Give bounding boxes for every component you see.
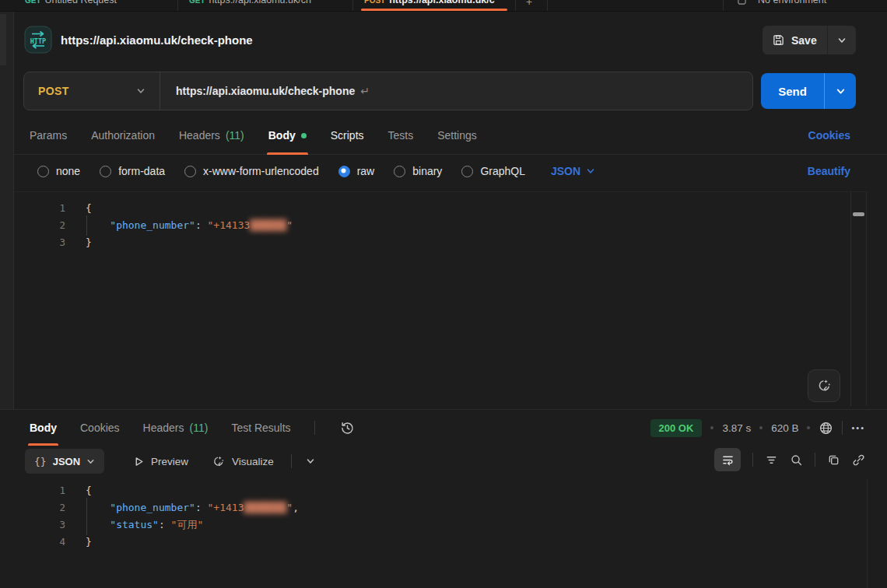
- body-type-radio-x-www-form-urlencoded[interactable]: x-www-form-urlencoded: [184, 165, 319, 177]
- link-icon[interactable]: [852, 453, 865, 467]
- modified-dot: [301, 133, 307, 138]
- tab-params[interactable]: Params: [30, 117, 67, 154]
- tab-settings[interactable]: Settings: [437, 117, 477, 154]
- radio-label: binary: [412, 165, 442, 177]
- tab-label: Cookies: [80, 422, 120, 434]
- body-format-dropdown[interactable]: JSON: [551, 165, 595, 177]
- body-type-radio-raw[interactable]: raw: [338, 165, 375, 177]
- more-options-button[interactable]: •••: [851, 423, 865, 432]
- line-number: 2: [14, 217, 65, 234]
- tab-label: Settings: [437, 129, 477, 142]
- api-client-window: GETUntitled RequestGEThttps://api.xiaomu…: [0, 0, 887, 588]
- code-content: "status": "可用": [86, 516, 203, 534]
- save-label: Save: [791, 34, 817, 47]
- http-request-icon: HTTP: [24, 26, 52, 54]
- tab-scripts[interactable]: Scripts: [331, 117, 364, 154]
- response-body-editor[interactable]: 1{2 "phone_number": "+1413███████",3 "st…: [14, 479, 868, 588]
- body-type-radio-graphql[interactable]: GraphQL: [461, 165, 525, 177]
- response-tab-test-results[interactable]: Test Results: [231, 412, 290, 443]
- status-badge[interactable]: 200 OK: [650, 419, 703, 437]
- code-content: {: [86, 482, 92, 499]
- line-number: 4: [14, 534, 65, 551]
- globe-icon[interactable]: [819, 421, 833, 436]
- save-options-button[interactable]: [828, 36, 856, 45]
- response-tab-headers[interactable]: Headers(11): [143, 412, 209, 443]
- tab-tests[interactable]: Tests: [388, 117, 414, 154]
- workspace-tab[interactable]: POSThttps://api.xiaomu.uk/c: [353, 0, 516, 11]
- tab-count-badge: (11): [226, 129, 244, 142]
- filter-icon[interactable]: [765, 453, 778, 467]
- url-value: https://api.xiaomu.uk/check-phone: [176, 85, 355, 97]
- code-line: 4}: [14, 534, 868, 551]
- body-type-radio-none[interactable]: none: [37, 165, 80, 177]
- code-line: 3 "status": "可用": [14, 516, 868, 534]
- response-history-icon[interactable]: [340, 421, 355, 436]
- cookies-link[interactable]: Cookies: [808, 117, 850, 154]
- save-button[interactable]: Save: [763, 26, 827, 54]
- response-time: 3.87 s: [722, 422, 751, 434]
- tab-label: Authorization: [91, 129, 155, 142]
- preview-button[interactable]: Preview: [134, 456, 188, 467]
- new-tab-button[interactable]: +: [516, 0, 548, 11]
- url-input[interactable]: https://api.xiaomu.uk/check-phone↵: [160, 85, 370, 97]
- wrap-text-button[interactable]: [714, 448, 741, 471]
- radio-icon: [184, 166, 196, 177]
- tab-label: Headers: [143, 422, 184, 434]
- tools-separator: [752, 453, 753, 467]
- workspace-tab[interactable]: GETUntitled Request: [14, 0, 178, 11]
- play-icon: [134, 457, 144, 467]
- response-divider: [0, 409, 887, 410]
- code-line: 1{: [14, 200, 868, 217]
- environment-selector[interactable]: No environment: [723, 0, 887, 11]
- request-body-editor[interactable]: 1{2 "phone_number": "+14133██████"3}: [14, 191, 868, 406]
- tools-separator: [815, 453, 815, 467]
- method-dropdown[interactable]: POST: [24, 85, 160, 97]
- copy-icon[interactable]: [827, 453, 840, 467]
- tab-method-label: GET: [25, 0, 41, 5]
- editor-scrollbar[interactable]: [853, 212, 864, 216]
- line-number: 3: [14, 234, 65, 251]
- tab-label: Test Results: [231, 422, 290, 434]
- preview-label: Preview: [151, 456, 188, 467]
- visualize-button[interactable]: Visualize: [212, 455, 274, 468]
- sparkle-circle-icon: [816, 378, 832, 394]
- line-number: 2: [14, 499, 65, 516]
- tab-label: Tests: [388, 129, 414, 142]
- meta-separator-dot: [759, 426, 763, 429]
- body-type-radio-binary[interactable]: binary: [394, 165, 442, 177]
- request-title: https://api.xiaomu.uk/check-phone: [61, 33, 253, 47]
- code-line: 3}: [14, 234, 868, 251]
- braces-icon: {}: [34, 456, 47, 467]
- workspace-tab[interactable]: GEThttps://api.xiaomu.uk/ch: [178, 0, 353, 11]
- beautify-link[interactable]: Beautify: [808, 165, 850, 177]
- tab-body[interactable]: Body: [268, 117, 307, 154]
- collapse-toolbar-button[interactable]: [306, 457, 315, 466]
- tab-method-label: GET: [189, 0, 205, 5]
- chevron-down-icon: [136, 86, 145, 96]
- chevron-down-icon: [586, 166, 595, 176]
- tab-headers[interactable]: Headers(11): [179, 117, 244, 154]
- tab-label: Body: [30, 422, 57, 434]
- response-format-label: JSON: [53, 456, 80, 467]
- send-options-button[interactable]: [825, 86, 856, 96]
- postbot-suggest-button[interactable]: [808, 369, 840, 402]
- response-tab-body[interactable]: Body: [30, 412, 57, 443]
- response-format-dropdown[interactable]: {} JSON: [25, 449, 104, 474]
- response-tab-cookies[interactable]: Cookies: [80, 412, 120, 443]
- radio-icon: [394, 166, 405, 177]
- environment-label: No environment: [758, 0, 826, 5]
- sparkle-circle-icon: [212, 455, 225, 468]
- tab-label: Params: [30, 129, 67, 142]
- return-symbol: ↵: [360, 85, 370, 97]
- code-content: }: [86, 534, 92, 551]
- tab-authorization[interactable]: Authorization: [91, 117, 155, 154]
- workspace-tab-label: POSThttps://api.xiaomu.uk/c: [364, 0, 510, 5]
- body-type-radio-form-data[interactable]: form-data: [100, 165, 165, 177]
- radio-icon: [37, 166, 49, 177]
- request-tab-bar: ParamsAuthorizationHeaders(11)BodyScript…: [14, 117, 887, 155]
- plus-icon: +: [526, 0, 532, 8]
- radio-label: none: [56, 165, 80, 177]
- send-button[interactable]: Send: [761, 85, 824, 98]
- line-number: 1: [14, 482, 65, 499]
- search-icon[interactable]: [790, 453, 803, 467]
